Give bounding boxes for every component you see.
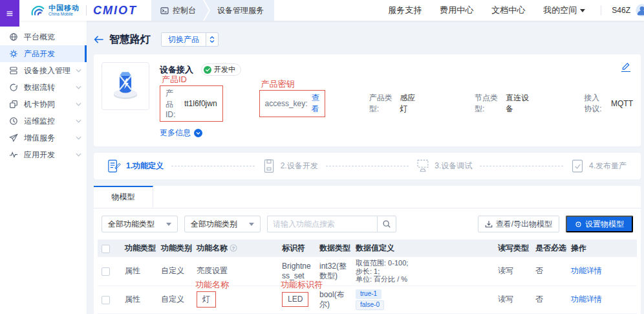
- sidebar-item-data-flow[interactable]: 数据流转: [0, 79, 87, 96]
- step-connector: [326, 166, 409, 166]
- view-access-key-link[interactable]: 查看: [312, 93, 319, 115]
- sidebar-item-label: 数据流转: [24, 82, 55, 93]
- china-mobile-logo: [30, 4, 46, 17]
- nav-link-docs[interactable]: 文档中心: [491, 5, 525, 15]
- status-check-icon: [204, 66, 211, 74]
- nav-divider: [601, 6, 601, 15]
- nav-link-billing[interactable]: 费用中心: [440, 5, 473, 15]
- select-all-checkbox[interactable]: [102, 245, 110, 253]
- console-icon: [160, 7, 169, 14]
- header-cell: 功能类型: [121, 240, 157, 257]
- status-badge: 开发中: [201, 63, 241, 76]
- header-cell: 功能名称?: [193, 240, 278, 257]
- step-label: 3.设备调试: [435, 161, 472, 172]
- step-label: 1.功能定义: [126, 161, 164, 172]
- my-space-menu[interactable]: 我的空间: [543, 5, 585, 16]
- publish-icon: [571, 159, 584, 174]
- switch-product-button[interactable]: 切换产品: [161, 32, 219, 47]
- bool-value-badge: false-0: [356, 300, 384, 310]
- my-space-label: 我的空间: [543, 5, 577, 16]
- step-1: 1.功能定义: [108, 159, 164, 174]
- sidebar-item-sim-collab[interactable]: 机卡协同: [0, 96, 87, 113]
- back-arrow-icon[interactable]: [94, 36, 103, 43]
- pulse-icon: [9, 150, 18, 159]
- breadcrumb-device-service[interactable]: 设备管理服务: [204, 0, 274, 21]
- chevron-down-icon: [76, 153, 81, 157]
- more-info-link[interactable]: 更多信息: [160, 128, 633, 139]
- hamburger-menu-button[interactable]: [0, 0, 19, 27]
- table-header-row: 功能类型功能类别功能名称?标识符数据类型数据值定义读写类型是否必选操作: [98, 240, 637, 257]
- field-product-type: 产品类型:感应灯: [369, 93, 419, 115]
- sidebar-item-label: 运维监控: [24, 116, 55, 127]
- user-id: S46Z: [612, 6, 630, 15]
- sidebar-item-app-dev[interactable]: 应用开发: [0, 146, 87, 163]
- table-row: 属性自定义功能名称灯功能标识符LEDbool(布尔)true-1false-0读…: [98, 286, 637, 313]
- china-mobile-cn: 中国移动: [48, 5, 80, 12]
- tab-thing-model[interactable]: 物模型: [94, 186, 153, 208]
- more-info-label: 更多信息: [160, 128, 191, 139]
- value-def-line: 取值范围: 0-100;: [356, 259, 490, 267]
- field-label: access_key:: [265, 99, 308, 108]
- sidebar-item-device-access[interactable]: 设备接入管理: [0, 62, 87, 79]
- sidebar-item-overview[interactable]: 平台概览: [0, 28, 87, 45]
- nav-link-support[interactable]: 服务支持: [388, 5, 422, 15]
- sidebar-item-label: 应用开发: [24, 150, 55, 161]
- header-cell-checkbox: [98, 240, 121, 257]
- pencil-icon: [621, 62, 630, 71]
- field-value: tt1l6f0jwn: [184, 99, 217, 108]
- field-node-type: 节点类型:直连设备: [475, 93, 531, 115]
- field-value: 感应灯: [400, 93, 419, 115]
- search-input[interactable]: [267, 216, 377, 232]
- row-checkbox[interactable]: [102, 296, 110, 304]
- function-detail-link[interactable]: 功能详情: [571, 295, 602, 304]
- sidebar-item-value-services[interactable]: 增值服务: [0, 129, 87, 146]
- breadcrumb-console-label: 控制台: [173, 5, 196, 16]
- annotated-name-box: 功能名称灯: [197, 291, 216, 308]
- header-cell: 读写类型: [494, 240, 531, 257]
- function-detail-link[interactable]: 功能详情: [571, 266, 602, 275]
- product-thumbnail: [102, 62, 149, 110]
- breadcrumb-console[interactable]: 控制台: [151, 0, 209, 21]
- page-title: 智慧路灯: [109, 33, 151, 47]
- avatar[interactable]: [636, 4, 644, 17]
- row-checkbox[interactable]: [102, 267, 110, 276]
- sidebar-item-product-dev[interactable]: 产品开发: [0, 45, 87, 62]
- switch-product-caret[interactable]: [206, 33, 218, 46]
- search-icon: [382, 219, 391, 229]
- sidebar-item-label: 机卡协同: [24, 99, 55, 110]
- field-label: 产品类型:: [369, 93, 396, 115]
- export-model-button[interactable]: 查看/导出物模型: [478, 216, 559, 232]
- function-category-select[interactable]: 全部功能类别: [184, 216, 261, 232]
- header-cell: 功能类别: [157, 240, 193, 257]
- cell-action: 功能详情: [567, 257, 637, 286]
- china-mobile-wordmark: 中国移动 China Mobile: [48, 5, 80, 17]
- refresh-icon: [9, 83, 18, 92]
- function-type-select[interactable]: 全部功能类型: [102, 216, 178, 232]
- settings-icon: [575, 221, 582, 228]
- field-value: 直连设备: [506, 93, 531, 115]
- export-model-label: 查看/导出物模型: [496, 219, 552, 230]
- function-category-select-value: 全部功能类别: [191, 219, 237, 230]
- set-model-label: 设置物模型: [585, 219, 624, 230]
- cell-checkbox: [98, 286, 121, 313]
- chevron-down-icon: [76, 136, 81, 140]
- set-model-button[interactable]: 设置物模型: [566, 216, 633, 232]
- cell-required: 否: [531, 286, 567, 313]
- cell-category: 自定义: [157, 286, 193, 313]
- search-button[interactable]: [377, 216, 396, 232]
- globe-icon: [9, 32, 18, 41]
- cell-checkbox: [98, 257, 121, 286]
- step-3: 3.设备调试: [416, 159, 472, 174]
- tab-bar: 物模型: [94, 186, 641, 208]
- search-box: [267, 216, 396, 232]
- header-cell: 操作: [567, 240, 637, 257]
- menu-icon: [5, 9, 14, 18]
- field-protocol: 接入协议:MQTT: [584, 93, 633, 115]
- edit-product-button[interactable]: [621, 62, 630, 72]
- brand-area: 中国移动 China Mobile CMIOT: [30, 4, 137, 17]
- table-row: 属性自定义亮度设置Brightness_setint32(整数型)取值范围: 0…: [98, 257, 637, 286]
- sidebar-item-ops-monitor[interactable]: 运维监控: [0, 113, 87, 129]
- step-4: 4.发布量产: [571, 159, 627, 174]
- help-icon: ?: [230, 244, 237, 252]
- thing-model-panel: 物模型 全部功能类型 全部功能类别 查看/导出物模型: [94, 186, 641, 314]
